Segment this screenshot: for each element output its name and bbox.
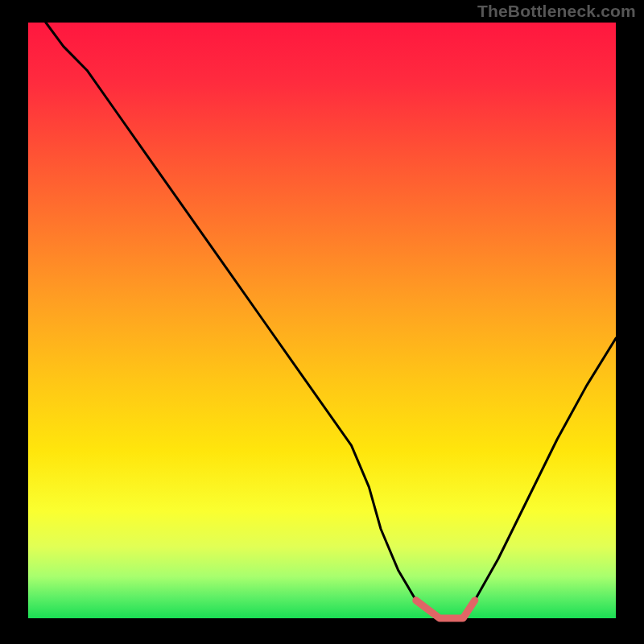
bottleneck-chart [0,0,644,644]
watermark-text: TheBottleneck.com [477,2,636,21]
chart-frame: TheBottleneck.com [0,0,644,644]
